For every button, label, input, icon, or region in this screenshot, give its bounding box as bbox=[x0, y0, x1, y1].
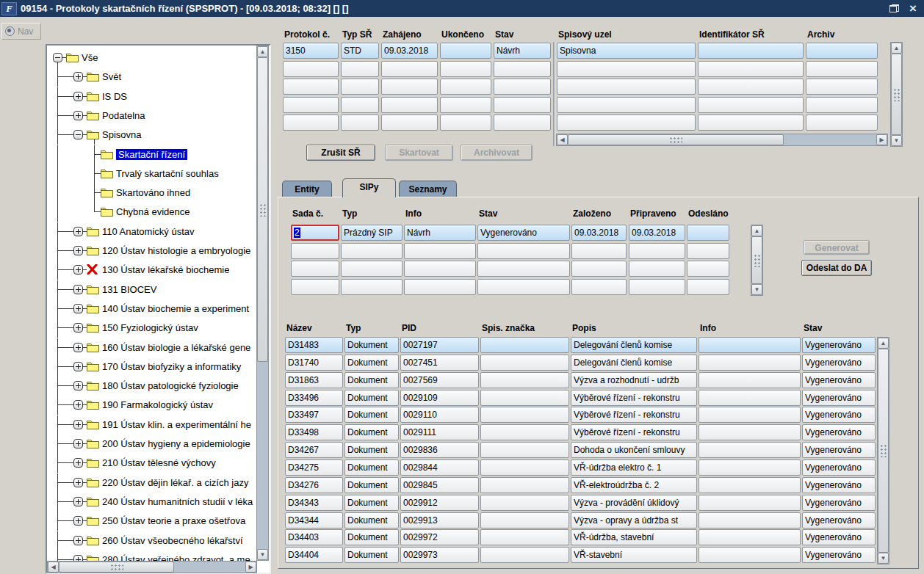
tree-item[interactable]: Spisovna bbox=[47, 126, 270, 145]
scroll-down-icon[interactable]: ▼ bbox=[257, 549, 268, 560]
expand-icon[interactable] bbox=[73, 439, 83, 448]
expand-icon[interactable] bbox=[73, 304, 83, 313]
protocol-table-cell[interactable] bbox=[341, 79, 379, 95]
protocol-table-cell[interactable] bbox=[806, 43, 878, 59]
scroll-left-icon[interactable]: ◀ bbox=[48, 562, 59, 573]
expand-icon[interactable] bbox=[73, 516, 83, 526]
tree-item[interactable]: 220 Ústav dějin lékař. a cizích jazy bbox=[47, 473, 270, 493]
protocol-table-cell[interactable]: 09.03.2018 bbox=[381, 43, 438, 59]
tree-item[interactable]: 260 Ústav všeobecného lékařství bbox=[47, 531, 270, 551]
protocol-table-cell[interactable] bbox=[381, 61, 438, 77]
protocol-table-cell[interactable] bbox=[381, 115, 438, 131]
close-window-icon[interactable]: × bbox=[909, 4, 917, 12]
tree-item[interactable]: IS DS bbox=[47, 87, 270, 106]
tree-item[interactable]: Chybná evidence bbox=[47, 203, 270, 222]
scroll-right-icon[interactable]: ▶ bbox=[245, 562, 256, 573]
tree-item[interactable]: 170 Ústav biofyziky a informatiky bbox=[47, 357, 270, 377]
protocol-table-cell[interactable] bbox=[283, 79, 339, 95]
protocol-table-cell[interactable] bbox=[557, 79, 696, 95]
expand-icon[interactable] bbox=[73, 362, 83, 371]
protocol-table-cell[interactable] bbox=[341, 61, 379, 77]
protocol-table-cell[interactable] bbox=[806, 61, 878, 77]
tree-item[interactable]: Trvalý skartační souhlas bbox=[47, 164, 270, 184]
tree-item[interactable]: 180 Ústav patologické fyziologie bbox=[47, 377, 270, 396]
scroll-thumb[interactable] bbox=[59, 562, 174, 573]
tree-item[interactable]: 191 Ústav klin. a experimentální he bbox=[47, 415, 270, 435]
protocol-table-cell[interactable] bbox=[698, 115, 804, 131]
tab-entity[interactable]: Entity bbox=[282, 181, 332, 197]
tree-item[interactable]: 200 Ústav hygieny a epidemiologie bbox=[47, 435, 270, 454]
protocol-table-cell[interactable]: STD bbox=[341, 43, 379, 59]
scroll-thumb[interactable] bbox=[257, 57, 268, 362]
tree-item[interactable]: 250 Ústav teorie a praxe ošetřova bbox=[47, 512, 270, 531]
protocol-table-cell[interactable] bbox=[283, 115, 339, 131]
protocol-table-cell[interactable]: Návrh bbox=[494, 43, 551, 59]
expand-icon[interactable] bbox=[73, 227, 83, 236]
expand-icon[interactable] bbox=[73, 478, 83, 487]
expand-icon[interactable] bbox=[73, 323, 83, 333]
scroll-thumb[interactable] bbox=[891, 54, 902, 135]
protocol-table-cell[interactable] bbox=[494, 97, 551, 113]
tab-sipy[interactable]: SIPy bbox=[342, 178, 396, 197]
expand-icon[interactable] bbox=[73, 400, 83, 410]
expand-icon[interactable] bbox=[73, 246, 83, 255]
expand-icon[interactable] bbox=[73, 497, 83, 506]
protocol-table-cell[interactable]: Spisovna bbox=[557, 43, 696, 59]
protocol-table-cell[interactable] bbox=[440, 61, 491, 77]
tree-item[interactable]: 160 Ústav biologie a lékařské gene bbox=[47, 338, 270, 357]
protocol-table-cell[interactable] bbox=[494, 79, 551, 95]
expand-icon[interactable] bbox=[73, 111, 83, 120]
scroll-up-icon[interactable]: ▲ bbox=[257, 46, 268, 57]
tree-item[interactable]: 240 Ústav humanitních studií v léka bbox=[47, 493, 270, 512]
expand-icon[interactable] bbox=[73, 536, 83, 545]
tree-item[interactable]: 131 BIOCEV bbox=[47, 280, 270, 299]
collapse-icon[interactable] bbox=[53, 53, 62, 62]
protocol-table-cell[interactable] bbox=[494, 61, 551, 77]
restore-window-icon[interactable] bbox=[889, 4, 899, 12]
scroll-up-icon[interactable]: ▲ bbox=[891, 43, 902, 54]
protocol-table-cell[interactable] bbox=[440, 79, 491, 95]
scroll-right-icon[interactable]: ▶ bbox=[876, 134, 887, 145]
protocol-table-cell[interactable] bbox=[283, 97, 339, 113]
protocol-table-cell[interactable] bbox=[440, 97, 491, 113]
protocol-table-cell[interactable]: 3150 bbox=[283, 43, 339, 59]
protocol-table-cell[interactable] bbox=[440, 115, 491, 131]
zrusit-sr-button[interactable]: Zrušit SŘ bbox=[306, 145, 375, 161]
protocol-table-cell[interactable] bbox=[698, 79, 804, 95]
protocol-table-cell[interactable] bbox=[557, 61, 696, 77]
protocol-table-cell[interactable] bbox=[698, 61, 804, 77]
tree-item[interactable]: Vše bbox=[47, 48, 270, 68]
expand-icon[interactable] bbox=[73, 420, 83, 429]
protocol-table-cell[interactable] bbox=[557, 115, 696, 131]
expand-icon[interactable] bbox=[73, 458, 83, 468]
tree-item[interactable]: Podatelna bbox=[47, 106, 270, 126]
protocol-table-cell[interactable] bbox=[381, 79, 438, 95]
protocol-table-cell[interactable] bbox=[494, 115, 551, 131]
collapse-icon[interactable] bbox=[73, 130, 83, 139]
tree-item[interactable]: 210 Ústav tělesné výchovy bbox=[47, 454, 270, 473]
protocol-table-cell[interactable] bbox=[557, 97, 696, 113]
expand-icon[interactable] bbox=[73, 381, 83, 390]
tree-item[interactable]: 110 Anatomický ústav bbox=[47, 222, 270, 241]
tree-item[interactable]: Skartováno ihned bbox=[47, 184, 270, 203]
protocol-table-cell[interactable] bbox=[698, 97, 804, 113]
tree-item[interactable]: Svět bbox=[47, 68, 270, 87]
protocol-table-cell[interactable] bbox=[806, 79, 878, 95]
scroll-left-icon[interactable]: ◀ bbox=[557, 134, 568, 145]
expand-icon[interactable] bbox=[73, 72, 83, 81]
tree-item[interactable]: 130 Ústav lékařské biochemie bbox=[47, 261, 270, 280]
tree-item[interactable]: 120 Ústav histologie a embryologie bbox=[47, 241, 270, 261]
expand-icon[interactable] bbox=[73, 343, 83, 352]
expand-icon[interactable] bbox=[73, 265, 83, 275]
expand-icon[interactable] bbox=[73, 92, 83, 101]
protocol-table-cell[interactable] bbox=[698, 43, 804, 59]
tree-item[interactable]: 150 Fyziologický ústav bbox=[47, 319, 270, 338]
protocol-table-cell[interactable] bbox=[381, 97, 438, 113]
tree-item[interactable]: 190 Farmakologický ústav bbox=[47, 396, 270, 415]
protocol-table-cell[interactable] bbox=[283, 61, 339, 77]
protocol-table-cell[interactable] bbox=[341, 115, 379, 131]
scroll-down-icon[interactable]: ▼ bbox=[891, 135, 902, 146]
expand-icon[interactable] bbox=[73, 285, 83, 294]
protocol-table-cell[interactable] bbox=[806, 115, 878, 131]
nav-toggle[interactable]: Nav bbox=[1, 23, 41, 40]
